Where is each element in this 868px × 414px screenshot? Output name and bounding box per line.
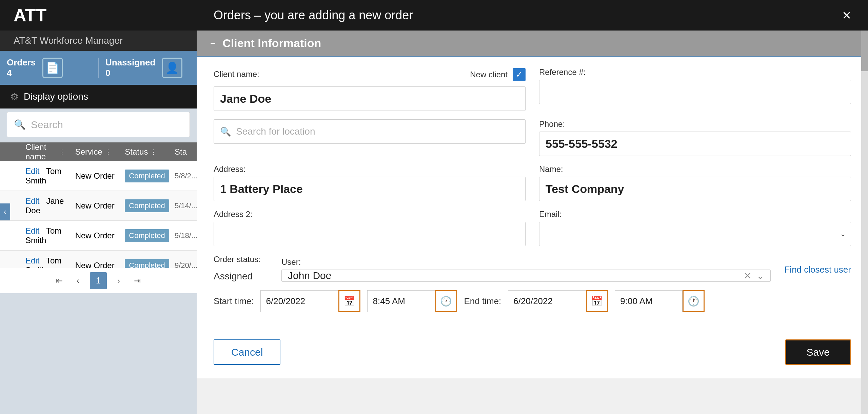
email-input[interactable] [539,222,851,246]
nav-arrow[interactable]: ‹ [0,203,10,220]
clear-icon[interactable]: ✕ [744,270,751,281]
page-prev-btn[interactable]: ‹ [71,274,85,288]
chevron-down-icon: ⌄ [840,230,846,238]
phone-group: Phone: [539,119,851,156]
end-date-input[interactable] [508,290,586,312]
new-client-checkbox[interactable]: ✓ [513,68,526,81]
email-group: Email: ⌄ [539,210,851,246]
td-service-3: New Order [70,231,120,240]
td-edit-2[interactable]: Edit Jane Doe [20,196,70,215]
td-status-2: Completed [120,199,170,212]
form-row-5: Order status: Assigned User: John Doe ✕ … [214,255,851,282]
td-service-1: New Order [70,171,120,181]
collapse-icon: − [210,38,216,49]
address-label: Address: [214,164,526,174]
table-row: Edit Jane Doe New Order Completed 5/14/.… [0,191,197,221]
order-status-label: Order status: [214,255,268,264]
app-title: ATT [14,5,46,25]
unassigned-icon[interactable]: 👤 [162,58,182,78]
display-options-label: Display options [24,91,88,102]
display-options-bar[interactable]: ⚙ Display options [0,85,197,109]
end-time-group: 🕐 [615,290,705,312]
email-label: Email: [539,210,851,219]
td-service-2: New Order [70,201,120,211]
td-date-3: 9/18/... [170,231,197,240]
end-date-calendar-button[interactable]: 📅 [586,290,608,312]
calendar-icon-end: 📅 [591,296,603,307]
address2-input[interactable] [214,222,526,246]
end-date-group: 📅 [508,290,608,312]
action-row: Cancel Save [197,333,868,378]
end-time-clock-button[interactable]: 🕐 [683,290,705,312]
status-badge-2: Completed [125,199,169,212]
orders-label: Orders [7,57,36,68]
section-header[interactable]: − Client Information [197,31,868,56]
address2-label: Address 2: [214,210,526,219]
address-input[interactable] [214,177,526,201]
calendar-icon: 📅 [343,296,355,307]
modal-close-button[interactable]: × [842,8,851,23]
td-edit-3[interactable]: Edit Tom Smith [20,226,70,245]
orders-value: 4 [7,68,36,78]
find-closest-user-link[interactable]: Find closest user [784,264,851,282]
search-location-icon: 🔍 [220,126,231,137]
modal-header: Orders – you are adding a new order × [197,0,868,31]
company-name-group: Name: [539,164,851,201]
th-client-name: Client name ⋮ [20,142,70,161]
phone-input[interactable] [539,132,851,156]
table-row: Edit Tom Smith New Order Completed 9/18/… [0,221,197,251]
td-edit-1[interactable]: Edit Tom Smith [20,166,70,185]
orders-icon[interactable]: 📄 [42,58,63,78]
client-name-input[interactable] [214,86,526,111]
search-bar[interactable]: 🔍 Search [7,112,190,137]
unassigned-stat-text: Unassigned 0 [105,57,155,78]
td-date-1: 5/8/2... [170,172,197,180]
modal: Orders – you are adding a new order × − … [197,0,868,414]
address2-group: Address 2: [214,210,526,246]
form-row-3: Address: Name: [214,164,851,201]
form-row-time: Start time: 📅 🕐 End time: [214,290,851,312]
dropdown-chevron-icon[interactable]: ⌄ [756,270,764,281]
start-time-input[interactable] [367,290,435,312]
status-badge-3: Completed [125,229,169,242]
address-group: Address: [214,164,526,201]
new-client-row: New client ✓ [470,67,526,81]
user-dropdown[interactable]: John Doe ✕ ⌄ [281,270,771,282]
modal-scrollbar[interactable] [861,31,868,414]
th-status: Status ⋮ [120,147,170,157]
search-location-placeholder: Search for location [236,126,315,137]
search-location-input[interactable]: 🔍 Search for location [214,119,526,144]
reference-label: Reference #: [539,67,851,77]
orders-stat-text: Orders 4 [7,57,36,78]
unassigned-value: 0 [105,68,155,78]
page-next-btn[interactable]: › [112,274,125,288]
clock-icon-end: 🕐 [688,296,699,307]
gear-icon: ⚙ [10,91,19,102]
orders-stat: Orders 4 📄 [0,57,98,78]
save-button[interactable]: Save [785,339,851,365]
start-date-calendar-button[interactable]: 📅 [338,290,360,312]
end-time-label: End time: [464,296,501,307]
user-value: John Doe [288,270,331,281]
page-1-btn[interactable]: 1 [90,272,107,289]
checkmark-icon: ✓ [516,70,522,79]
modal-body: − Client Information Client name: New cl… [197,31,868,414]
user-dropdown-icons: ✕ ⌄ [744,270,764,281]
start-date-input[interactable] [260,290,338,312]
reference-input[interactable] [539,80,851,104]
company-name-label: Name: [539,164,851,174]
user-label: User: [281,257,771,267]
start-time-clock-button[interactable]: 🕐 [435,290,457,312]
company-name-input[interactable] [539,177,851,201]
cancel-button[interactable]: Cancel [214,339,280,365]
unassigned-stat: Unassigned 0 👤 [99,57,197,78]
td-status-3: Completed [120,229,170,242]
end-time-input[interactable] [615,290,683,312]
search-icon: 🔍 [14,119,26,130]
page-first-btn[interactable]: ⇤ [53,274,66,288]
start-time-label: Start time: [214,296,254,307]
page-last-btn[interactable]: ⇥ [131,274,144,288]
user-group: User: John Doe ✕ ⌄ [281,257,771,282]
stats-bar: Orders 4 📄 Unassigned 0 👤 [0,51,197,85]
scrollbar-thumb [861,31,868,71]
